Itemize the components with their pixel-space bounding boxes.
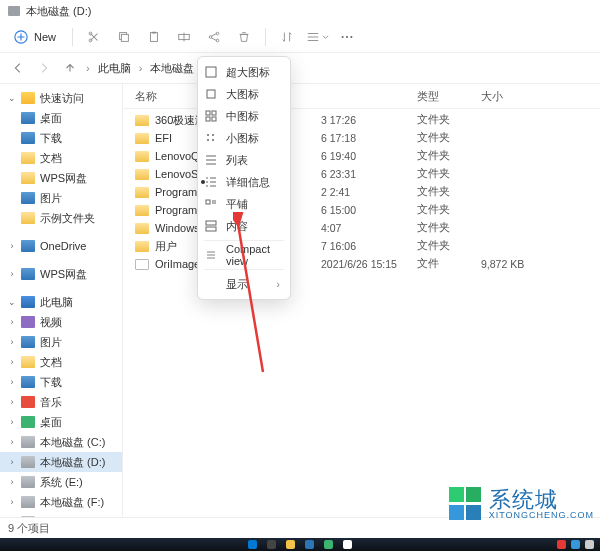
- taskbar-icon[interactable]: [305, 540, 314, 549]
- view-menu-item[interactable]: 列表: [198, 149, 290, 171]
- view-menu-item[interactable]: Compact view: [198, 244, 290, 266]
- sidebar-onedrive[interactable]: ›OneDrive: [0, 236, 122, 256]
- taskbar-icon[interactable]: [286, 540, 295, 549]
- svg-rect-4: [121, 34, 128, 41]
- column-headers: 名称 类型 大小: [123, 84, 600, 109]
- view-button[interactable]: [304, 25, 330, 49]
- sidebar-item[interactable]: 示例文件夹: [0, 208, 122, 228]
- up-button[interactable]: [58, 56, 82, 80]
- svg-point-21: [212, 134, 214, 136]
- folder-icon: [135, 115, 149, 126]
- sidebar-this-pc[interactable]: ⌄此电脑: [0, 292, 122, 312]
- separator: [265, 28, 266, 46]
- sidebar-item[interactable]: 下载: [0, 128, 122, 148]
- sidebar-item[interactable]: 图片: [0, 188, 122, 208]
- sidebar-item[interactable]: ›视频: [0, 312, 122, 332]
- svg-point-20: [207, 134, 209, 136]
- svg-point-11: [342, 36, 344, 38]
- sidebar-item[interactable]: ›文档: [0, 352, 122, 372]
- view-mode-icon: [204, 219, 218, 233]
- start-icon[interactable]: [248, 540, 257, 549]
- sidebar-wps[interactable]: ›WPS网盘: [0, 264, 122, 284]
- view-mode-icon: [204, 153, 218, 167]
- separator: [72, 28, 73, 46]
- taskbar[interactable]: [0, 538, 600, 551]
- file-row[interactable]: 用户7 16:06文件夹: [123, 237, 600, 255]
- view-mode-icon: [204, 197, 218, 211]
- view-menu-item[interactable]: 小图标: [198, 127, 290, 149]
- svg-rect-24: [206, 200, 210, 204]
- taskbar-icon[interactable]: [267, 540, 276, 549]
- svg-rect-19: [212, 117, 216, 121]
- share-button[interactable]: [201, 25, 227, 49]
- sidebar-quick-access[interactable]: ⌄快速访问: [0, 88, 122, 108]
- watermark-logo: [449, 487, 483, 521]
- watermark: 系统城 XITONGCHENG.COM: [449, 487, 594, 521]
- titlebar: 本地磁盘 (D:): [0, 0, 600, 22]
- file-row[interactable]: Program Files2 2:41文件夹: [123, 183, 600, 201]
- breadcrumb-pc[interactable]: 此电脑: [94, 59, 135, 78]
- sidebar: ⌄快速访问 桌面 下载 文档 WPS网盘 图片 示例文件夹 ›OneDrive …: [0, 84, 123, 520]
- col-type[interactable]: 类型: [417, 89, 481, 104]
- view-menu-item[interactable]: 平铺: [198, 193, 290, 215]
- system-tray[interactable]: [557, 540, 594, 549]
- file-row[interactable]: LenovoSoftstore6 23:31文件夹: [123, 165, 600, 183]
- forward-button[interactable]: [32, 56, 56, 80]
- sidebar-item[interactable]: ›系统 (E:): [0, 472, 122, 492]
- folder-icon: [135, 241, 149, 252]
- menu-display[interactable]: 显示›: [198, 273, 290, 295]
- view-mode-icon: [204, 87, 218, 101]
- folder-icon: [135, 151, 149, 162]
- view-menu-item[interactable]: 超大图标: [198, 61, 290, 83]
- more-button[interactable]: [334, 25, 360, 49]
- drive-icon: [8, 6, 20, 16]
- paste-button[interactable]: [141, 25, 167, 49]
- taskbar-icon[interactable]: [324, 540, 333, 549]
- sort-button[interactable]: [274, 25, 300, 49]
- col-size[interactable]: 大小: [481, 89, 561, 104]
- sidebar-item-current-drive[interactable]: ›本地磁盘 (D:): [0, 452, 122, 472]
- svg-point-22: [207, 139, 209, 141]
- new-button[interactable]: New: [6, 25, 64, 49]
- sidebar-item[interactable]: ›音乐: [0, 392, 122, 412]
- svg-rect-26: [206, 227, 216, 231]
- folder-icon: [135, 169, 149, 180]
- view-menu-item[interactable]: 大图标: [198, 83, 290, 105]
- svg-rect-6: [152, 32, 156, 34]
- chevron-right-icon: ›: [137, 62, 145, 74]
- file-row[interactable]: LenovoQMDownload6 19:40文件夹: [123, 147, 600, 165]
- file-row[interactable]: EFI6 17:18文件夹: [123, 129, 600, 147]
- rename-button[interactable]: [171, 25, 197, 49]
- folder-icon: [135, 205, 149, 216]
- explorer-window: 本地磁盘 (D:) New › 此电脑 › 本地磁盘 (D:) › ⌄快速访问 …: [0, 0, 600, 538]
- view-mode-icon: [204, 175, 218, 189]
- chevron-right-icon: ›: [84, 62, 92, 74]
- sidebar-item[interactable]: 桌面: [0, 108, 122, 128]
- window-title: 本地磁盘 (D:): [26, 4, 91, 19]
- sidebar-item[interactable]: ›下载: [0, 372, 122, 392]
- svg-point-13: [350, 36, 352, 38]
- delete-button[interactable]: [231, 25, 257, 49]
- copy-button[interactable]: [111, 25, 137, 49]
- back-button[interactable]: [6, 56, 30, 80]
- file-row[interactable]: Program Files (x86)6 15:00文件夹: [123, 201, 600, 219]
- file-row[interactable]: 360极速浏览器下载3 17:26文件夹: [123, 111, 600, 129]
- svg-point-23: [212, 139, 214, 141]
- sidebar-item[interactable]: ›本地磁盘 (C:): [0, 432, 122, 452]
- view-menu-item[interactable]: 详细信息: [198, 171, 290, 193]
- file-row[interactable]: OriImage2021/6/26 15:15文件9,872 KB: [123, 255, 600, 273]
- svg-rect-16: [206, 111, 210, 115]
- file-row[interactable]: Windows4:07文件夹: [123, 219, 600, 237]
- folder-icon: [135, 223, 149, 234]
- sidebar-item[interactable]: ›本地磁盘 (F:): [0, 492, 122, 512]
- svg-rect-5: [151, 33, 158, 42]
- sidebar-item[interactable]: ›桌面: [0, 412, 122, 432]
- cut-button[interactable]: [81, 25, 107, 49]
- view-menu-item[interactable]: 中图标: [198, 105, 290, 127]
- view-menu: 超大图标大图标中图标小图标列表详细信息平铺内容Compact view 显示›: [197, 56, 291, 300]
- sidebar-item[interactable]: 文档: [0, 148, 122, 168]
- taskbar-icon[interactable]: [343, 540, 352, 549]
- sidebar-item[interactable]: ›图片: [0, 332, 122, 352]
- sidebar-item[interactable]: WPS网盘: [0, 168, 122, 188]
- view-menu-item[interactable]: 内容: [198, 215, 290, 237]
